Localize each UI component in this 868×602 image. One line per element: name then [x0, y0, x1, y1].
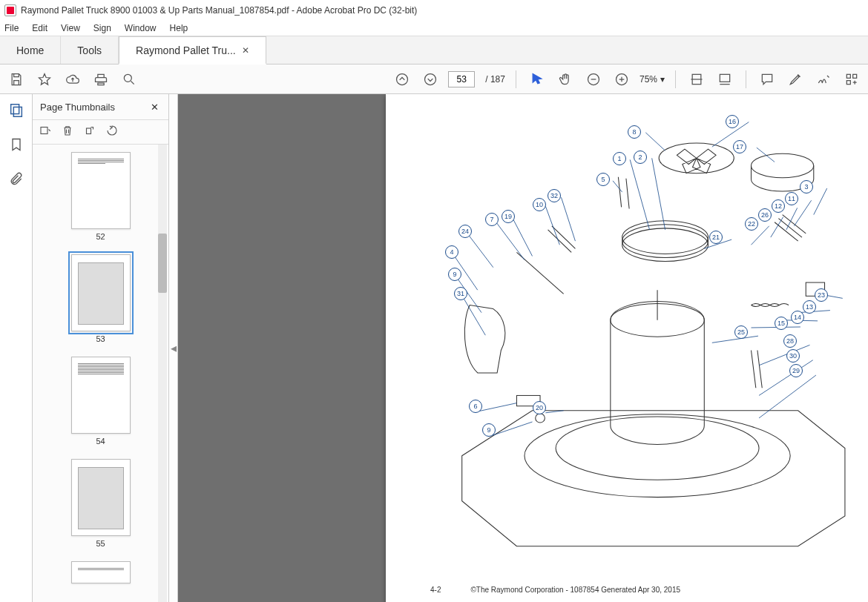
- tab-document[interactable]: Raymond Pallet Tru... ✕: [119, 36, 266, 64]
- svg-line-35: [794, 200, 811, 226]
- svg-line-27: [645, 133, 665, 150]
- bookmark-panel-icon[interactable]: [7, 136, 25, 153]
- attachments-panel-icon[interactable]: [7, 170, 25, 188]
- menu-edit[interactable]: Edit: [32, 23, 47, 33]
- thumb-number: 53: [96, 334, 105, 343]
- thumbnail-item[interactable]: [71, 561, 131, 583]
- sign-icon[interactable]: [813, 69, 834, 90]
- callout-bubble: 17: [733, 140, 746, 153]
- thumb-number: 54: [96, 437, 105, 446]
- zoom-out-icon[interactable]: [583, 69, 604, 90]
- thumbnail-item[interactable]: 53: [71, 254, 131, 343]
- menu-file[interactable]: File: [4, 23, 19, 33]
- callout-bubble: 28: [783, 334, 797, 348]
- fit-width-icon[interactable]: [686, 69, 707, 90]
- callout-bubble: 20: [533, 401, 546, 414]
- callout-bubble: 4: [445, 245, 458, 259]
- callout-bubble: 23: [815, 288, 828, 302]
- parts-diagram: 1681712533210111271926222421493123131415…: [423, 94, 861, 561]
- thumbnails-list: 52 53 54 55: [33, 145, 168, 602]
- menu-help[interactable]: Help: [170, 23, 188, 33]
- panel-header: Page Thumbnails ✕: [33, 94, 168, 119]
- delete-icon[interactable]: [61, 124, 74, 140]
- print-icon[interactable]: [91, 69, 111, 90]
- svg-point-1: [397, 73, 408, 85]
- svg-line-31: [613, 181, 622, 192]
- highlight-icon[interactable]: [785, 69, 806, 90]
- tab-document-label: Raymond Pallet Tru...: [136, 44, 236, 56]
- options-dropdown-icon[interactable]: [39, 124, 52, 140]
- tab-bar: Home Tools Raymond Pallet Tru... ✕: [0, 36, 868, 64]
- svg-rect-9: [846, 80, 850, 84]
- callout-bubble: 16: [726, 115, 739, 128]
- callout-bubble: 30: [786, 349, 800, 363]
- panel-toolbar: [33, 119, 168, 145]
- search-icon[interactable]: [119, 69, 139, 90]
- zoom-dropdown[interactable]: 75%▾: [640, 74, 665, 85]
- cloud-upload-icon[interactable]: [62, 69, 83, 90]
- callout-bubble: 15: [775, 317, 788, 330]
- page-count: / 187: [485, 74, 505, 85]
- collapse-panel-handle[interactable]: ◂: [169, 94, 178, 602]
- callout-bubble: 14: [791, 311, 804, 324]
- title-bar: Raymond Pallet Truck 8900 01003 & Up Par…: [0, 0, 868, 21]
- svg-point-22: [752, 153, 814, 178]
- callout-bubble: 1: [613, 152, 626, 165]
- thumbnails-panel-icon[interactable]: [7, 102, 25, 119]
- svg-line-38: [513, 219, 532, 257]
- thumb-number: 55: [96, 539, 105, 548]
- svg-line-39: [771, 217, 783, 237]
- svg-rect-13: [87, 128, 91, 134]
- star-icon[interactable]: [34, 69, 55, 90]
- undo-icon[interactable]: [105, 124, 119, 140]
- svg-point-2: [425, 73, 436, 85]
- menu-sign[interactable]: Sign: [93, 23, 111, 33]
- callout-bubble: 13: [803, 300, 816, 314]
- page-down-icon[interactable]: [420, 69, 441, 90]
- toolbar: / 187 75%▾: [0, 64, 868, 94]
- main-area: Page Thumbnails ✕ 52 53 54: [0, 94, 868, 602]
- tab-home[interactable]: Home: [0, 36, 61, 64]
- page-footer: 4-2 ©The Raymond Corporation - 1087854 G…: [430, 586, 846, 594]
- svg-point-0: [124, 74, 131, 82]
- comment-icon[interactable]: [757, 69, 777, 90]
- thumbnail-item[interactable]: 54: [71, 357, 131, 446]
- close-panel-icon[interactable]: ✕: [151, 102, 161, 112]
- menu-bar: File Edit View Sign Window Help: [0, 21, 868, 36]
- svg-rect-11: [13, 107, 22, 116]
- svg-line-50: [712, 336, 758, 343]
- callout-bubble: 11: [785, 192, 798, 205]
- menu-view[interactable]: View: [61, 23, 80, 33]
- document-viewer[interactable]: 1681712533210111271926222421493123131415…: [178, 94, 868, 602]
- page-footer-text: ©The Raymond Corporation - 1087854 Gener…: [470, 586, 680, 594]
- page-footer-num: 4-2: [430, 586, 441, 594]
- page-up-icon[interactable]: [392, 69, 412, 90]
- scrollbar-track[interactable]: [158, 145, 167, 602]
- callout-bubble: 10: [533, 198, 546, 211]
- thumbnail-item[interactable]: 55: [71, 459, 131, 548]
- window-title: Raymond Pallet Truck 8900 01003 & Up Par…: [21, 5, 417, 16]
- page-display-icon[interactable]: [714, 69, 735, 90]
- nav-rail: [0, 94, 33, 602]
- close-icon[interactable]: ✕: [242, 45, 249, 56]
- svg-line-37: [496, 222, 525, 260]
- selection-arrow-icon[interactable]: [527, 69, 548, 90]
- svg-line-34: [545, 206, 559, 245]
- scrollbar-thumb[interactable]: [158, 234, 167, 293]
- svg-rect-10: [10, 105, 19, 114]
- rotate-icon[interactable]: [83, 124, 96, 140]
- hand-pan-icon[interactable]: [555, 69, 576, 90]
- svg-line-56: [493, 422, 533, 435]
- svg-line-32: [814, 188, 827, 215]
- save-icon[interactable]: [6, 69, 27, 90]
- thumbnail-item[interactable]: 52: [71, 152, 131, 241]
- tab-tools[interactable]: Tools: [61, 36, 119, 64]
- svg-rect-12: [41, 128, 47, 134]
- page-number-input[interactable]: [448, 71, 475, 87]
- pdf-file-icon: [4, 4, 16, 16]
- zoom-in-icon[interactable]: [611, 69, 632, 90]
- svg-point-25: [536, 414, 545, 423]
- more-tools-icon[interactable]: [841, 69, 862, 90]
- svg-line-28: [757, 148, 775, 162]
- menu-window[interactable]: Window: [125, 23, 157, 33]
